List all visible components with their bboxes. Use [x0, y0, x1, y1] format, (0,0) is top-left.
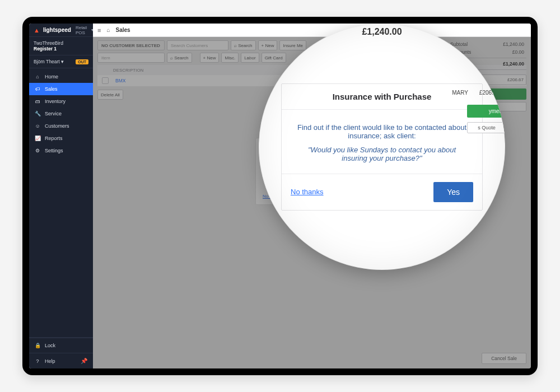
menu-icon[interactable]: ≡	[97, 27, 101, 34]
sidebar: ▲ lightspeed Retail POS ▾ TwoThreeBird R…	[29, 24, 93, 368]
yes-button[interactable]: Yes	[433, 182, 473, 202]
user-name: Björn Theart	[34, 59, 60, 64]
user-box[interactable]: Björn Theart ▾ OUT	[29, 55, 93, 68]
col-description: DESCRIPTION	[113, 68, 144, 73]
wrench-icon: 🔧	[35, 111, 40, 116]
modal-lead-text: Find out if the client would like to be …	[296, 123, 468, 140]
store-name: TwoThreeBird	[34, 40, 88, 46]
help-label: Help	[45, 358, 55, 364]
insure-me-button[interactable]: Insure Me	[279, 40, 306, 50]
sidebar-item-label: Sales	[45, 86, 58, 92]
app-screen: ▲ lightspeed Retail POS ▾ TwoThreeBird R…	[29, 24, 531, 368]
magnifier-lens: £1,240.00 MARY £206.67 yment s Quote Ins…	[259, 24, 505, 270]
item-input[interactable]: Item	[97, 53, 165, 63]
row-checkbox[interactable]	[102, 77, 109, 84]
flame-icon: ▲	[34, 27, 40, 34]
modal-body: Find out if the client would like to be …	[282, 110, 482, 174]
subtotal-value: £1,240.00	[503, 41, 524, 47]
new-customer-button[interactable]: + New	[258, 40, 278, 50]
breadcrumb-title: Sales	[115, 27, 130, 33]
device-frame: ▲ lightspeed Retail POS ▾ TwoThreeBird R…	[22, 17, 538, 375]
row-description[interactable]: BMX	[115, 78, 125, 83]
help-button[interactable]: ? Help 📌	[29, 353, 93, 368]
sidebar-item-reports[interactable]: 📈 Reports	[29, 132, 93, 144]
magnified-summary-label: MARY	[452, 90, 468, 96]
brand-bar: ▲ lightspeed Retail POS ▾	[29, 24, 93, 37]
delete-all-button[interactable]: Delete All	[97, 90, 123, 100]
cancel-sale-button[interactable]: Cancel Sale	[482, 353, 526, 364]
brand-module: Retail POS	[76, 25, 87, 35]
insurance-modal: Insurance with Purchase Find out if the …	[281, 83, 483, 211]
modal-footer: No thanks Yes	[282, 174, 482, 210]
sidebar-bottom: 🔒 Lock ? Help 📌	[29, 337, 93, 368]
gift-card-button[interactable]: Gift Card	[262, 53, 286, 63]
help-icon: ?	[35, 358, 40, 364]
sidebar-item-home[interactable]: ⌂ Home	[29, 71, 93, 83]
magnified-total: £1,240.00	[362, 27, 402, 37]
brand-name: lightspeed	[43, 27, 71, 33]
search-customers-button[interactable]: ⌕ Search	[231, 40, 256, 50]
total-value: £1,240.00	[503, 61, 524, 67]
sidebar-item-label: Reports	[45, 136, 63, 141]
breadcrumb-home-icon[interactable]: ⌂	[106, 27, 110, 33]
sidebar-item-label: Inventory	[45, 99, 66, 104]
nav: ⌂ Home 🏷 Sales 🗃 Inventory 🔧 Service ☺	[29, 68, 93, 337]
misc-button[interactable]: Misc.	[221, 53, 239, 63]
sidebar-item-settings[interactable]: ⚙ Settings	[29, 144, 93, 157]
lock-label: Lock	[45, 343, 55, 348]
home-icon: ⌂	[35, 74, 40, 80]
summary-value: £206.67	[507, 77, 524, 82]
lock-button[interactable]: 🔒 Lock	[29, 338, 93, 353]
gear-icon: ⚙	[35, 148, 40, 153]
tag-icon: 🏷	[35, 86, 40, 92]
inventory-icon: 🗃	[35, 99, 40, 104]
item-search-button[interactable]: ⌕ Search	[167, 53, 192, 63]
sidebar-item-inventory[interactable]: 🗃 Inventory	[29, 95, 93, 108]
pin-icon[interactable]: 📌	[81, 358, 87, 364]
sidebar-item-label: Customers	[45, 123, 69, 129]
sidebar-item-label: Home	[45, 74, 58, 80]
no-customer-chip: NO CUSTOMER SELECTED	[97, 40, 165, 50]
sidebar-item-sales[interactable]: 🏷 Sales	[29, 83, 93, 95]
status-badge-out: OUT	[76, 59, 88, 64]
modal-title: Insurance with Purchase	[282, 84, 482, 110]
chart-icon: 📈	[35, 136, 40, 141]
sidebar-item-label: Service	[45, 111, 62, 116]
sidebar-item-service[interactable]: 🔧 Service	[29, 108, 93, 120]
register-name: Register 1	[34, 46, 88, 52]
item-new-button[interactable]: + New	[200, 53, 220, 63]
discounts-value: £0.00	[512, 49, 524, 55]
modal-quote-text: "Would you like Sundays to contact you a…	[296, 146, 468, 162]
labor-button[interactable]: Labor	[241, 53, 259, 63]
person-icon: ☺	[35, 123, 40, 129]
user-caret-icon: ▾	[61, 59, 64, 64]
magnified-quote-button[interactable]: s Quote	[467, 122, 505, 133]
search-customers-input[interactable]: Search Customers	[167, 40, 228, 50]
topbar: ≡ ⌂ Sales	[93, 24, 531, 37]
store-box[interactable]: TwoThreeBird Register 1	[29, 37, 93, 55]
sidebar-item-label: Settings	[45, 148, 63, 153]
lock-icon: 🔒	[35, 343, 40, 348]
sidebar-item-customers[interactable]: ☺ Customers	[29, 120, 93, 132]
no-thanks-link[interactable]: No thanks	[291, 188, 324, 196]
